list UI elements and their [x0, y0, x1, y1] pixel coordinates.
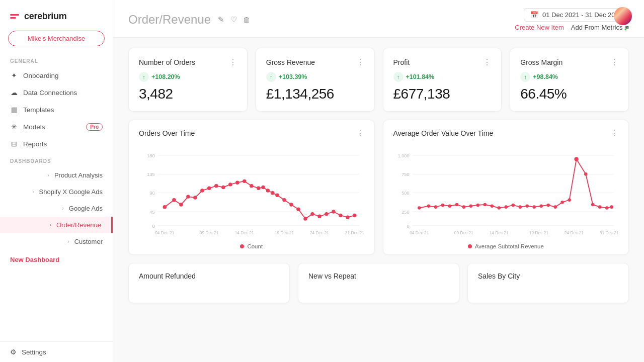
svg-text:90: 90 — [149, 191, 154, 196]
settings-item[interactable]: ⚙ Settings — [10, 348, 103, 356]
edit-icon[interactable]: ✎ — [218, 15, 224, 24]
create-new-item-button[interactable]: Create New Item — [515, 24, 564, 31]
top-bar-right: 📅 01 Dec 2021 - 31 Dec 2021 Create New I… — [515, 8, 629, 31]
svg-point-15 — [200, 189, 204, 192]
store-button[interactable]: Mike's Merchandise — [8, 31, 105, 46]
sidebar-item-label: Templates — [23, 106, 54, 114]
trend-up-icon: ↑ — [266, 72, 276, 82]
sidebar-item-data-connections[interactable]: ☁ Data Connections — [0, 84, 113, 101]
logo-bar-2 — [10, 17, 16, 19]
metric-badge: ↑ +101.84% — [393, 72, 492, 82]
svg-point-38 — [353, 214, 356, 217]
svg-point-56 — [427, 205, 430, 208]
svg-point-61 — [462, 205, 465, 209]
sidebar-item-reports[interactable]: ⊟ Reports — [0, 135, 113, 152]
sidebar-item-templates[interactable]: ▦ Templates — [0, 101, 113, 118]
svg-point-68 — [511, 204, 515, 207]
sidebar-item-google-ads[interactable]: › Google Ads — [0, 200, 113, 217]
metric-menu-icon[interactable]: ⋮ — [356, 57, 364, 67]
metric-menu-icon[interactable]: ⋮ — [610, 57, 618, 67]
svg-point-59 — [448, 205, 451, 208]
sidebar-item-label: Data Connections — [23, 89, 77, 97]
chart-title: Orders Over Time — [139, 129, 195, 137]
sidebar-item-customer[interactable]: › Customer — [0, 233, 113, 250]
svg-point-63 — [476, 204, 479, 207]
bottom-card-title: New vs Repeat — [308, 272, 356, 280]
trend-up-icon: ↑ — [393, 72, 404, 82]
sidebar-item-label: Google Ads — [69, 205, 103, 212]
svg-point-73 — [546, 204, 550, 207]
sidebar-item-label: Onboarding — [23, 72, 59, 79]
sidebar-item-models[interactable]: ✳ Models Pro — [0, 118, 113, 135]
trash-icon[interactable]: 🗑 — [243, 16, 251, 24]
metric-card-gross-revenue: Gross Revenue ⋮ ↑ +103.39% £1,134,256 — [256, 48, 375, 112]
chart-menu-icon[interactable]: ⋮ — [610, 128, 618, 138]
svg-point-10 — [163, 205, 167, 209]
svg-point-27 — [275, 194, 279, 197]
star-icon: ✳ — [10, 123, 18, 131]
top-bar-left: Order/Revenue ✎ ♡ 🗑 — [128, 13, 251, 27]
svg-point-18 — [221, 186, 225, 189]
app-name: cerebrium — [24, 11, 66, 22]
sidebar-item-label: Shopify X Google Ads — [39, 188, 103, 196]
chart-svg-container-avg: 1,000 750 500 250 0 — [393, 143, 619, 240]
logo-bar-1 — [10, 14, 19, 16]
sidebar-item-product-analysis[interactable]: › Product Analysis — [0, 167, 113, 184]
svg-point-26 — [271, 191, 274, 195]
sidebar-item-order-revenue[interactable]: › Order/Revenue — [0, 217, 113, 233]
svg-point-28 — [282, 198, 286, 202]
svg-point-14 — [193, 196, 197, 199]
bottom-card-title: Amount Refunded — [139, 272, 196, 280]
sidebar-item-label: Order/Revenue — [56, 221, 101, 229]
new-dashboard-button[interactable]: New Dashboard — [10, 256, 59, 263]
metric-menu-icon[interactable]: ⋮ — [483, 57, 491, 67]
chart-menu-icon[interactable]: ⋮ — [356, 128, 364, 138]
bottom-card-amount-refunded: Amount Refunded — [128, 263, 290, 303]
svg-point-24 — [261, 186, 265, 189]
table-icon: ⊟ — [10, 140, 18, 148]
content-area: Number of Orders ⋮ ↑ +108.20% 3,482 Gros… — [113, 38, 644, 362]
metric-card-profit: Profit ⋮ ↑ +101.84% £677,138 — [383, 48, 502, 112]
svg-point-23 — [257, 187, 260, 190]
chevron-right-icon: › — [62, 206, 63, 211]
svg-point-79 — [591, 203, 594, 207]
svg-point-62 — [469, 205, 472, 208]
bottom-card-new-vs-repeat: New vs Repeat — [298, 263, 459, 303]
svg-text:31 Dec 21: 31 Dec 21 — [599, 230, 618, 235]
svg-text:24 Dec 21: 24 Dec 21 — [564, 230, 584, 235]
svg-point-29 — [289, 203, 293, 206]
svg-point-16 — [207, 187, 211, 190]
metric-title: Number of Orders — [139, 58, 195, 66]
bottom-row: Amount Refunded New vs Repeat Sales By C… — [128, 263, 629, 303]
top-bar: Order/Revenue ✎ ♡ 🗑 📅 01 Dec 2021 - 31 D… — [113, 0, 644, 38]
sidebar-item-label: Reports — [23, 140, 47, 148]
metric-title: Profit — [393, 58, 410, 66]
metric-badge: ↑ +98.84% — [520, 72, 618, 82]
sidebar-item-label: Customer — [74, 238, 103, 245]
svg-text:19 Dec 21: 19 Dec 21 — [275, 230, 294, 235]
legend-dot — [240, 244, 244, 248]
bottom-card-title: Sales By City — [478, 272, 520, 280]
date-range-picker[interactable]: 📅 01 Dec 2021 - 31 Dec 2021 — [524, 8, 629, 22]
user-avatar[interactable] — [614, 7, 632, 25]
heart-icon[interactable]: ♡ — [230, 15, 237, 24]
svg-text:750: 750 — [401, 172, 410, 177]
trend-up-icon: ↑ — [520, 72, 530, 82]
svg-point-69 — [518, 205, 522, 209]
svg-text:45: 45 — [149, 210, 154, 215]
logo-icon — [10, 14, 19, 19]
sparkle-icon: ✦ — [10, 71, 18, 79]
metric-pct: +108.20% — [151, 73, 180, 80]
metric-menu-icon[interactable]: ⋮ — [229, 57, 237, 67]
page-title: Order/Revenue — [128, 13, 211, 27]
svg-point-22 — [250, 184, 253, 188]
metric-card-number-of-orders: Number of Orders ⋮ ↑ +108.20% 3,482 — [128, 48, 248, 112]
svg-point-32 — [310, 212, 314, 216]
chart-legend: Count — [139, 243, 364, 249]
svg-point-36 — [339, 214, 342, 217]
sidebar-item-shopify-google-ads[interactable]: › Shopify X Google Ads — [0, 184, 113, 200]
metric-value: £677,138 — [393, 86, 492, 102]
metric-pct: +101.84% — [406, 73, 435, 80]
svg-point-72 — [539, 205, 543, 208]
sidebar-item-onboarding[interactable]: ✦ Onboarding — [0, 67, 113, 84]
